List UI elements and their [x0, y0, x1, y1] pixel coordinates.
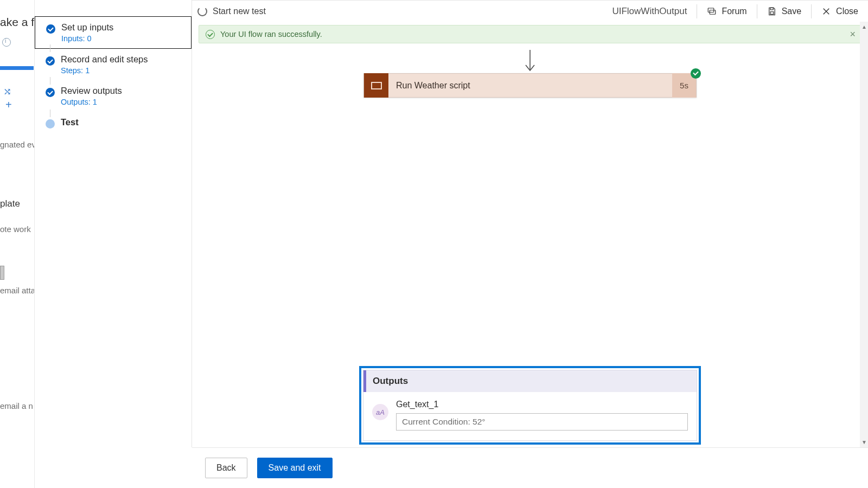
back-label: Back: [216, 463, 236, 473]
save-and-exit-button[interactable]: Save and exit: [257, 458, 333, 478]
success-icon: [206, 30, 215, 39]
bg-heading: ake a fl: [0, 16, 37, 29]
svg-rect-2: [770, 8, 773, 10]
success-banner: Your UI flow ran successfully. ×: [199, 25, 861, 43]
forum-button[interactable]: Forum: [697, 1, 756, 22]
start-new-test-label: Start new test: [213, 7, 266, 16]
footer: Back Save and exit: [192, 447, 868, 488]
step-subtitle: Inputs: 0: [61, 34, 183, 43]
script-icon: [364, 73, 388, 98]
steps-sidebar: Set up inputs Inputs: 0 Record and edit …: [35, 0, 192, 447]
output-value-field[interactable]: [396, 413, 688, 431]
background-panel: ake a fl ⤭ + gnated even plate ote work …: [0, 0, 35, 488]
plus-icon: +: [5, 99, 12, 111]
canvas: Your UI flow ran successfully. × Run Wea…: [192, 22, 868, 447]
bg-frag: ote work: [0, 224, 31, 234]
output-name: Get_text_1: [396, 400, 688, 409]
save-and-exit-label: Save and exit: [269, 463, 321, 473]
success-badge-icon: [691, 68, 701, 79]
step-title: Set up inputs: [61, 22, 183, 33]
flow-arrow-icon: [523, 50, 537, 76]
route-icon: ⤭: [3, 86, 11, 98]
step-current-icon: [46, 119, 55, 129]
step-setup-inputs[interactable]: Set up inputs Inputs: 0: [35, 16, 192, 49]
close-label: Close: [836, 7, 858, 16]
outputs-heading: Outputs: [363, 370, 697, 392]
svg-rect-3: [770, 11, 774, 14]
step-title: Record and edit steps: [61, 54, 184, 65]
banner-message: Your UI flow ran successfully.: [220, 30, 322, 38]
step-subtitle: Outputs: 1: [61, 98, 184, 106]
save-icon: [767, 7, 777, 16]
step-test[interactable]: Test: [35, 112, 192, 133]
close-button[interactable]: Close: [812, 1, 868, 22]
step-title: Review outputs: [61, 86, 184, 96]
action-card-run-weather[interactable]: Run Weather script 5s: [363, 73, 697, 98]
close-icon: [821, 7, 831, 16]
action-card-title: Run Weather script: [388, 74, 672, 97]
bg-frag: email a n: [0, 401, 33, 410]
output-row: aA Get_text_1: [363, 392, 697, 440]
bg-thumb: [0, 266, 4, 280]
step-review-outputs[interactable]: Review outputs Outputs: 1: [35, 80, 192, 112]
forum-icon: [707, 7, 717, 16]
step-done-icon: [46, 24, 55, 34]
info-icon: [2, 38, 11, 47]
save-label: Save: [782, 7, 801, 16]
save-button[interactable]: Save: [757, 1, 811, 22]
banner-close-button[interactable]: ×: [850, 29, 856, 40]
flow-name: UIFlowWithOutput: [602, 6, 697, 17]
outputs-panel: Outputs aA Get_text_1: [359, 366, 701, 445]
bg-frag: plate: [0, 198, 20, 209]
bg-accent-bar: [0, 66, 34, 70]
back-button[interactable]: Back: [205, 458, 247, 478]
refresh-icon: [197, 7, 207, 16]
step-subtitle: Steps: 1: [61, 66, 184, 75]
action-card-duration: 5s: [672, 73, 696, 98]
text-output-icon: aA: [372, 404, 388, 420]
bg-frag: email attac: [0, 286, 40, 295]
scrollbar[interactable]: ▲ ▼: [860, 22, 868, 447]
step-done-icon: [46, 56, 55, 66]
step-done-icon: [46, 88, 55, 97]
forum-label: Forum: [722, 7, 746, 16]
step-record-edit[interactable]: Record and edit steps Steps: 1: [35, 49, 192, 80]
step-title: Test: [61, 117, 184, 127]
